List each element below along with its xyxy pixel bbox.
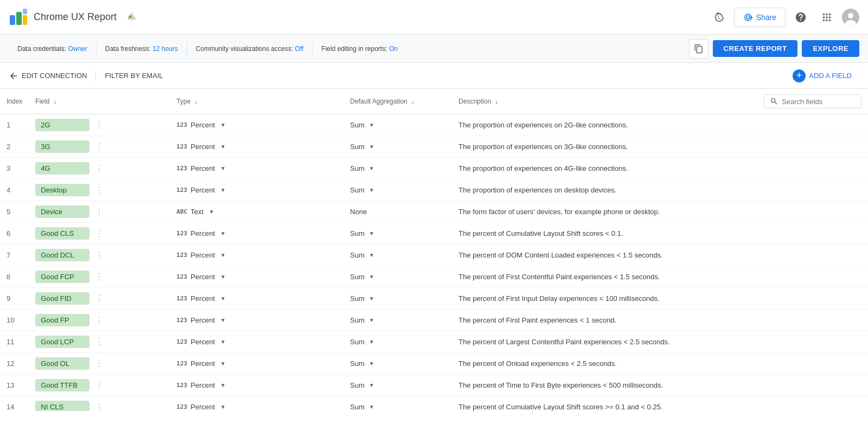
- cell-description: The percent of First Paint experiences <…: [452, 310, 868, 331]
- sub-header: Data credentials: Owner Data freshness: …: [0, 35, 868, 63]
- add-field-label: ADD A FIELD: [809, 72, 852, 80]
- agg-dropdown-arrow[interactable]: ▼: [369, 252, 374, 258]
- type-dropdown-arrow[interactable]: ▼: [220, 252, 226, 258]
- cell-index: 4: [0, 179, 29, 201]
- data-freshness-value[interactable]: 12 hours: [152, 45, 178, 53]
- type-dropdown-arrow[interactable]: ▼: [220, 187, 226, 193]
- top-nav: Chrome UX Report Share: [0, 0, 868, 35]
- type-dropdown-arrow[interactable]: ▼: [220, 122, 226, 128]
- agg-dropdown-arrow[interactable]: ▼: [369, 230, 374, 236]
- agg-dropdown-arrow[interactable]: ▼: [369, 165, 374, 171]
- drag-handle-icon[interactable]: ⋮: [95, 293, 104, 304]
- field-chip[interactable]: Good FID: [35, 292, 90, 305]
- type-dropdown-arrow[interactable]: ▼: [220, 361, 226, 367]
- drag-handle-icon[interactable]: ⋮: [95, 120, 104, 130]
- cell-description: The proportion of experiences on 3G-like…: [452, 136, 868, 158]
- cell-aggregation: Sum ▼: [343, 375, 452, 396]
- drag-handle-icon[interactable]: ⋮: [95, 142, 104, 152]
- agg-dropdown-arrow[interactable]: ▼: [369, 339, 374, 345]
- agg-dropdown-arrow[interactable]: ▼: [369, 274, 374, 280]
- type-dropdown-arrow[interactable]: ▼: [209, 209, 214, 215]
- search-input[interactable]: [782, 98, 847, 106]
- field-chip[interactable]: NI CLS: [35, 401, 90, 411]
- create-report-button[interactable]: CREATE REPORT: [713, 40, 798, 57]
- drive-icon[interactable]: [126, 11, 137, 23]
- table-row: 14 NI CLS ⋮ 123 Percent ▼ Sum ▼ The perc…: [0, 396, 868, 412]
- cell-index: 7: [0, 245, 29, 266]
- drag-handle-icon[interactable]: ⋮: [95, 380, 104, 390]
- field-chip[interactable]: Good CLS: [35, 227, 90, 240]
- agg-dropdown-arrow[interactable]: ▼: [369, 361, 374, 367]
- history-button[interactable]: [708, 7, 730, 28]
- field-chip[interactable]: Desktop: [35, 184, 90, 196]
- cell-index: 10: [0, 310, 29, 331]
- field-chip[interactable]: 3G: [35, 140, 90, 153]
- field-chip[interactable]: Good FCP: [35, 271, 90, 283]
- drag-handle-icon[interactable]: ⋮: [95, 228, 104, 239]
- copy-button[interactable]: [689, 39, 709, 59]
- drag-handle-icon[interactable]: ⋮: [95, 315, 104, 325]
- app-title: Chrome UX Report: [34, 11, 117, 23]
- th-aggregation[interactable]: Default Aggregation ↓: [343, 89, 452, 114]
- community-viz-value[interactable]: Off: [295, 45, 304, 53]
- table-row: 13 Good TTFB ⋮ 123 Percent ▼ Sum ▼ The p…: [0, 375, 868, 396]
- table-row: 8 Good FCP ⋮ 123 Percent ▼ Sum ▼ The per…: [0, 266, 868, 288]
- field-chip[interactable]: Good TTFB: [35, 379, 90, 391]
- type-dropdown-arrow[interactable]: ▼: [220, 317, 226, 323]
- th-type[interactable]: Type ↓: [170, 89, 343, 114]
- apps-button[interactable]: [816, 7, 838, 28]
- drag-handle-icon[interactable]: ⋮: [95, 337, 104, 347]
- field-chip[interactable]: Good OL: [35, 357, 90, 370]
- agg-dropdown-arrow[interactable]: ▼: [369, 404, 374, 410]
- th-field[interactable]: Field ↓: [29, 89, 170, 114]
- type-dropdown-arrow[interactable]: ▼: [220, 274, 226, 280]
- drag-handle-icon[interactable]: ⋮: [95, 402, 104, 411]
- field-chip[interactable]: Good LCP: [35, 336, 90, 348]
- type-dropdown-arrow[interactable]: ▼: [220, 144, 226, 150]
- field-chip[interactable]: Good FP: [35, 314, 90, 326]
- help-button[interactable]: [790, 7, 812, 28]
- th-description: Description ↓: [452, 89, 868, 114]
- add-field-button[interactable]: + ADD A FIELD: [785, 66, 859, 86]
- field-chip[interactable]: 2G: [35, 119, 90, 131]
- cell-field: Good DCL ⋮: [29, 245, 170, 266]
- table-row: 3 4G ⋮ 123 Percent ▼ Sum ▼ The proportio…: [0, 158, 868, 179]
- field-chip[interactable]: Good DCL: [35, 249, 90, 261]
- data-credentials-value[interactable]: Owner: [68, 45, 87, 53]
- agg-dropdown-arrow[interactable]: ▼: [369, 382, 374, 388]
- type-dropdown-arrow[interactable]: ▼: [220, 230, 226, 236]
- field-chip[interactable]: Device: [35, 205, 90, 218]
- cell-type: 123 Percent ▼: [170, 158, 343, 179]
- field-chip[interactable]: 4G: [35, 162, 90, 175]
- cell-aggregation: Sum ▼: [343, 158, 452, 179]
- add-field-icon: +: [793, 69, 806, 82]
- cell-field: Good FCP ⋮: [29, 266, 170, 288]
- drag-handle-icon[interactable]: ⋮: [95, 185, 104, 195]
- type-dropdown-arrow[interactable]: ▼: [220, 339, 226, 345]
- type-dropdown-arrow[interactable]: ▼: [220, 295, 226, 301]
- drag-handle-icon[interactable]: ⋮: [95, 358, 104, 369]
- type-icon: 123: [176, 143, 187, 150]
- agg-dropdown-arrow[interactable]: ▼: [369, 122, 374, 128]
- type-dropdown-arrow[interactable]: ▼: [220, 382, 226, 388]
- drag-handle-icon[interactable]: ⋮: [95, 272, 104, 282]
- table-header: Index Field ↓ Type ↓ Default Aggregation…: [0, 89, 868, 114]
- type-label: Percent: [190, 121, 215, 129]
- avatar[interactable]: [842, 9, 859, 26]
- cell-index: 11: [0, 331, 29, 353]
- type-dropdown-arrow[interactable]: ▼: [220, 165, 226, 171]
- drag-handle-icon[interactable]: ⋮: [95, 163, 104, 173]
- share-button[interactable]: Share: [734, 8, 786, 27]
- agg-dropdown-arrow[interactable]: ▼: [369, 144, 374, 150]
- filter-by-email-label[interactable]: FILTER BY EMAIL: [105, 72, 163, 80]
- edit-connection-button[interactable]: EDIT CONNECTION: [9, 71, 87, 81]
- type-dropdown-arrow[interactable]: ▼: [220, 404, 226, 410]
- agg-dropdown-arrow[interactable]: ▼: [369, 317, 374, 323]
- cell-aggregation: Sum ▼: [343, 288, 452, 310]
- drag-handle-icon[interactable]: ⋮: [95, 250, 104, 260]
- field-editing-value[interactable]: On: [389, 45, 398, 53]
- agg-dropdown-arrow[interactable]: ▼: [369, 295, 374, 301]
- agg-dropdown-arrow[interactable]: ▼: [369, 187, 374, 193]
- drag-handle-icon[interactable]: ⋮: [95, 207, 104, 217]
- explore-button[interactable]: EXPLORE: [802, 40, 859, 57]
